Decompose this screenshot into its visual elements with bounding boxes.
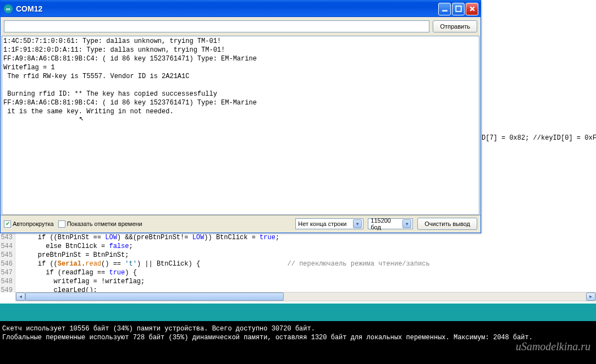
checkbox-icon <box>58 220 65 228</box>
line-number: 547 <box>0 268 15 277</box>
code-line: 543 if ((BtnPinSt == LOW) &&(preBtnPinSt… <box>0 233 596 242</box>
svg-rect-1 <box>456 6 461 12</box>
background-code-fragment: D[7] = 0x82; //keyID[0] = 0xFF; <box>482 134 596 142</box>
code-line: 544 else BtnClick = false; <box>0 242 596 251</box>
ide-status-strip <box>0 304 596 321</box>
window-title: COM12 <box>16 4 438 13</box>
clear-output-button[interactable]: Очистить вывод <box>417 218 477 230</box>
scroll-left-button[interactable]: ◄ <box>16 293 25 301</box>
baud-rate-select[interactable]: 115200 бод ▼ <box>368 218 413 229</box>
line-number: 548 <box>0 277 15 286</box>
timestamps-checkbox[interactable]: Показать отметки времени <box>58 220 142 228</box>
line-number: 549 <box>0 286 15 293</box>
code-line: 545 preBtnPinSt = BtnPinSt; <box>0 251 596 260</box>
maximize-button[interactable] <box>452 3 465 15</box>
code-line: 546 if ((Serial.read() == 't') || BtnCli… <box>0 260 596 268</box>
baud-rate-value: 115200 бод <box>371 217 400 230</box>
horizontal-scrollbar[interactable]: ◄ ► <box>15 292 596 301</box>
minimize-button[interactable] <box>438 3 451 15</box>
send-row: Отправить <box>1 17 481 36</box>
serial-monitor-window: ∞ COM12 Отправить 1:4C:5D:7:1:0:0:61: Ty… <box>0 0 481 233</box>
send-button[interactable]: Отправить <box>433 20 477 32</box>
send-input[interactable] <box>4 20 429 32</box>
svg-rect-0 <box>442 10 448 11</box>
build-console: Скетч использует 10556 байт (34%) памяти… <box>0 321 596 364</box>
footer-bar: ✔ Автопрокрутка Показать отметки времени… <box>1 215 481 232</box>
titlebar[interactable]: ∞ COM12 <box>1 1 481 17</box>
app-icon: ∞ <box>4 4 13 13</box>
code-content: if (readflag == true) { <box>15 268 137 277</box>
code-content: if ((Serial.read() == 't') || BtnClick) … <box>15 260 430 268</box>
code-content: if ((BtnPinSt == LOW) &&(preBtnPinSt!= L… <box>15 233 279 242</box>
scroll-right-button[interactable]: ► <box>586 293 595 301</box>
line-number: 545 <box>0 251 15 260</box>
autoscroll-label: Автопрокрутка <box>13 220 54 227</box>
chevron-down-icon: ▼ <box>402 219 411 228</box>
checkbox-icon: ✔ <box>4 220 11 228</box>
line-number: 543 <box>0 233 15 242</box>
serial-output[interactable]: 1:4C:5D:7:1:0:0:61: Type: dallas unknown… <box>2 36 479 215</box>
timestamps-label: Показать отметки времени <box>67 220 142 227</box>
scroll-thumb[interactable] <box>25 293 284 301</box>
autoscroll-checkbox[interactable]: ✔ Автопрокрутка <box>4 220 54 228</box>
code-content: preBtnPinSt = BtnPinSt; <box>15 251 129 260</box>
line-number: 546 <box>0 260 15 268</box>
code-line: 547 if (readflag == true) { <box>0 268 596 277</box>
code-content: else BtnClick = false; <box>15 242 133 251</box>
mouse-cursor-icon: ↖ <box>79 114 84 123</box>
code-editor: 543 if ((BtnPinSt == LOW) &&(preBtnPinSt… <box>0 233 596 293</box>
line-ending-value: Нет конца строки <box>298 220 351 227</box>
chevron-down-icon: ▼ <box>353 219 362 228</box>
code-content: writeflag = !writeflag; <box>15 277 145 286</box>
close-button[interactable] <box>466 3 478 15</box>
scroll-track[interactable] <box>284 293 586 301</box>
code-line: 548 writeflag = !writeflag; <box>0 277 596 286</box>
line-number: 544 <box>0 242 15 251</box>
line-ending-select[interactable]: Нет конца строки ▼ <box>295 218 363 229</box>
